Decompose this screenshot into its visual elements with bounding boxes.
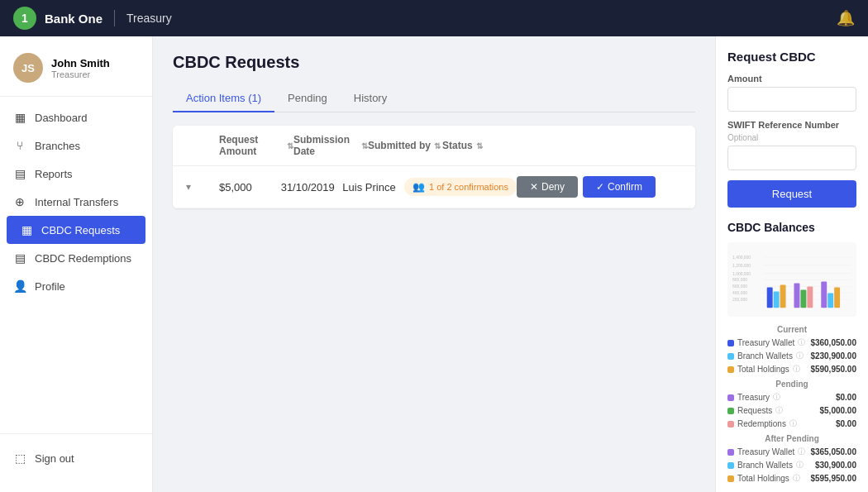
- status-badge: 👥 1 of 2 confirmations: [404, 178, 517, 196]
- sidebar: JS John Smith Treasurer ▦ Dashboard ⑂ Br…: [0, 36, 153, 492]
- tab-action-items[interactable]: Action Items (1): [173, 85, 274, 112]
- after-branch-value: $30,900.00: [815, 461, 856, 470]
- expand-row-button[interactable]: ▾: [186, 181, 219, 193]
- sidebar-item-reports[interactable]: ▤ Reports: [0, 160, 152, 188]
- after-total-value: $595,950.00: [810, 474, 856, 483]
- sidebar-nav: ▦ Dashboard ⑂ Branches ▤ Reports ⊕ Inter…: [0, 103, 152, 433]
- confirm-icon: ✓: [596, 181, 604, 193]
- svg-rect-21: [827, 293, 833, 308]
- swift-input[interactable]: [727, 146, 856, 170]
- total-holdings-value: $590,950.00: [810, 365, 856, 374]
- amount-label: Amount: [727, 74, 856, 84]
- svg-rect-16: [780, 284, 786, 308]
- tab-history[interactable]: History: [341, 85, 400, 112]
- col-amount: Request Amount ⇅: [219, 134, 293, 157]
- pending-redemptions-value: $0.00: [836, 419, 856, 428]
- top-navigation: 1 Bank One Treasury 🔔: [0, 0, 868, 36]
- pending-treasury-label: Treasury: [737, 393, 770, 402]
- sidebar-item-profile[interactable]: 👤 Profile: [0, 272, 152, 300]
- main-layout: JS John Smith Treasurer ▦ Dashboard ⑂ Br…: [0, 36, 868, 492]
- cbdc-redemptions-icon: ▤: [13, 251, 26, 265]
- profile-icon: 👤: [13, 279, 26, 293]
- sidebar-item-cbdc-redemptions[interactable]: ▤ CBDC Redemptions: [0, 244, 152, 272]
- sidebar-item-label: CBDC Requests: [41, 224, 120, 236]
- chart-svg: 1,400,000 1,200,000 1,000,000 800,000 60…: [732, 249, 851, 313]
- svg-text:1,400,000: 1,400,000: [732, 256, 751, 260]
- balance-row-after-treasury: Treasury Wallet ⓘ $365,050.00: [727, 447, 856, 457]
- deny-icon: ✕: [530, 181, 538, 193]
- svg-text:200,000: 200,000: [732, 298, 747, 302]
- notification-bell-icon[interactable]: 🔔: [837, 9, 855, 27]
- total-holdings-label: Total Holdings: [737, 365, 789, 374]
- sort-icon-status: ⇅: [476, 141, 483, 150]
- svg-rect-19: [807, 286, 813, 308]
- deny-button[interactable]: ✕ Deny: [517, 176, 578, 198]
- pending-label: Pending: [727, 380, 856, 389]
- cell-date: 31/10/2019: [281, 181, 343, 193]
- sign-out-button[interactable]: ⬚ Sign out: [0, 444, 152, 472]
- after-treasury-value: $365,050.00: [810, 447, 856, 456]
- info-icon[interactable]: ⓘ: [796, 460, 804, 471]
- app-logo: 1: [13, 7, 36, 30]
- sidebar-item-label: Internal Transfers: [35, 196, 118, 208]
- sidebar-item-cbdc-requests[interactable]: ▦ CBDC Requests: [7, 216, 145, 244]
- info-icon[interactable]: ⓘ: [798, 337, 805, 348]
- dashboard-icon: ▦: [13, 111, 26, 124]
- sort-icon-submitted: ⇅: [434, 141, 441, 150]
- sidebar-user: JS John Smith Treasurer: [0, 46, 152, 97]
- info-icon[interactable]: ⓘ: [798, 447, 805, 457]
- cell-submitted-by: Luis Prince: [342, 181, 404, 193]
- balance-row-total-holdings: Total Holdings ⓘ $590,950.00: [727, 364, 856, 375]
- after-branch-dot: [727, 462, 734, 469]
- user-role: Treasurer: [51, 69, 110, 79]
- requests-table: Request Amount ⇅ Submission Date ⇅ Submi…: [173, 126, 695, 208]
- tab-pending[interactable]: Pending: [274, 85, 341, 112]
- right-panel: Request CBDC Amount SWIFT Reference Numb…: [715, 36, 868, 492]
- after-treasury-label: Treasury Wallet: [737, 447, 794, 456]
- optional-label: Optional: [727, 133, 856, 142]
- svg-rect-15: [774, 291, 780, 308]
- current-label: Current: [727, 325, 856, 334]
- request-button[interactable]: Request: [727, 180, 856, 208]
- svg-text:600,000: 600,000: [732, 284, 747, 289]
- main-content: CBDC Requests Action Items (1) Pending H…: [153, 36, 715, 492]
- branch-wallets-dot: [727, 353, 734, 360]
- page-title: CBDC Requests: [173, 53, 695, 72]
- info-icon[interactable]: ⓘ: [789, 418, 797, 429]
- svg-text:1,200,000: 1,200,000: [732, 264, 751, 268]
- info-icon[interactable]: ⓘ: [793, 364, 800, 375]
- sidebar-item-label: Branches: [35, 140, 80, 152]
- treasury-wallet-dot: [727, 340, 734, 346]
- sidebar-item-dashboard[interactable]: ▦ Dashboard: [0, 103, 152, 131]
- sidebar-item-branches[interactable]: ⑂ Branches: [0, 131, 152, 160]
- branches-icon: ⑂: [13, 139, 26, 152]
- sort-icon-amount: ⇅: [287, 141, 293, 150]
- after-total-dot: [727, 475, 734, 482]
- col-actions: [517, 134, 682, 157]
- sidebar-item-label: Profile: [35, 280, 65, 293]
- app-name: Bank One: [45, 12, 103, 26]
- info-icon[interactable]: ⓘ: [773, 392, 780, 403]
- col-submitted-by: Submitted by ⇅: [368, 134, 442, 157]
- tabs: Action Items (1) Pending History: [173, 85, 695, 112]
- user-info: John Smith Treasurer: [51, 57, 110, 79]
- amount-input[interactable]: [727, 87, 856, 112]
- svg-rect-22: [834, 287, 840, 308]
- confirm-button[interactable]: ✓ Confirm: [583, 176, 656, 198]
- pending-treasury-dot: [727, 394, 734, 401]
- after-pending-label: After Pending: [727, 434, 856, 443]
- svg-text:800,000: 800,000: [732, 278, 747, 282]
- sidebar-item-internal-transfers[interactable]: ⊕ Internal Transfers: [0, 188, 152, 216]
- info-icon[interactable]: ⓘ: [796, 351, 804, 361]
- svg-rect-14: [767, 287, 773, 308]
- action-buttons: ✕ Deny ✓ Confirm: [517, 176, 682, 198]
- nav-divider: [114, 10, 115, 26]
- sign-out-label: Sign out: [35, 452, 74, 465]
- pending-requests-value: $5,000.00: [820, 406, 857, 415]
- info-icon[interactable]: ⓘ: [775, 405, 783, 416]
- sidebar-bottom: ⬚ Sign out: [0, 433, 152, 482]
- svg-rect-18: [800, 289, 806, 308]
- internal-transfers-icon: ⊕: [13, 195, 26, 208]
- info-icon[interactable]: ⓘ: [793, 473, 800, 484]
- balance-row-after-branch: Branch Wallets ⓘ $30,900.00: [727, 460, 856, 471]
